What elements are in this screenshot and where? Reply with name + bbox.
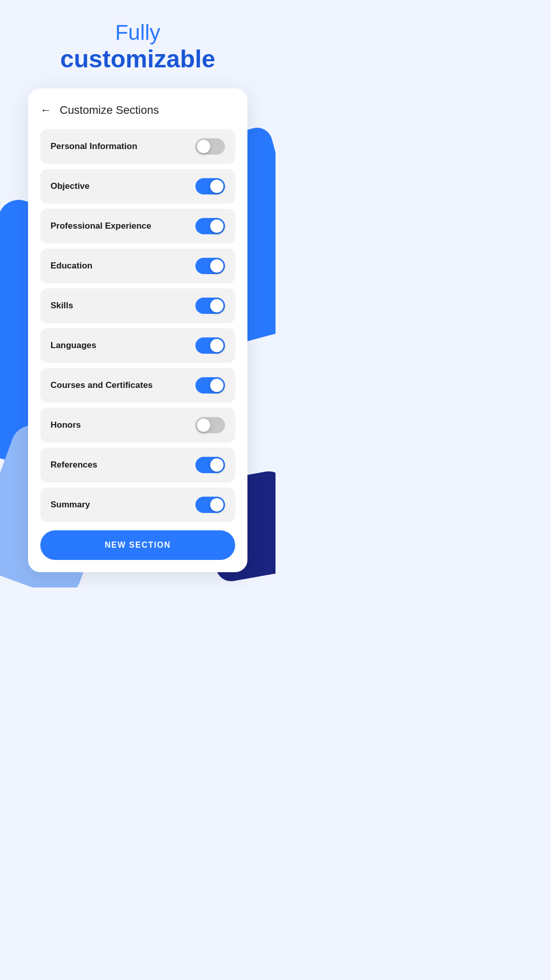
toggle-references[interactable] xyxy=(195,457,225,473)
toggle-education[interactable] xyxy=(195,258,225,274)
back-button[interactable]: ← xyxy=(40,104,52,117)
toggle-knob-objective xyxy=(210,180,223,193)
toggle-skills[interactable] xyxy=(195,298,225,314)
section-row-skills: Skills xyxy=(40,288,235,323)
toggle-knob-professional-experience xyxy=(210,219,223,233)
section-label-summary: Summary xyxy=(51,500,90,510)
new-section-button[interactable]: NEW SECTION xyxy=(40,530,235,560)
section-label-professional-experience: Professional Experience xyxy=(51,221,151,231)
section-row-professional-experience: Professional Experience xyxy=(40,209,235,243)
toggle-knob-summary xyxy=(210,498,223,511)
section-label-honors: Honors xyxy=(51,420,81,430)
toggle-knob-honors xyxy=(197,419,210,432)
section-row-honors: Honors xyxy=(40,408,235,443)
section-label-objective: Objective xyxy=(51,181,90,191)
toggle-knob-languages xyxy=(210,339,223,352)
toggle-honors[interactable] xyxy=(195,417,225,433)
header-line2: customizable xyxy=(60,45,215,73)
toggle-objective[interactable] xyxy=(195,178,225,194)
section-row-education: Education xyxy=(40,249,235,283)
section-label-education: Education xyxy=(51,261,92,271)
section-row-languages: Languages xyxy=(40,328,235,363)
section-row-personal-information: Personal Information xyxy=(40,129,235,164)
section-label-courses-and-certificates: Courses and Certificates xyxy=(51,380,153,390)
page-header: Fully customizable xyxy=(60,20,215,73)
sections-list: Personal InformationObjectiveProfessiona… xyxy=(40,129,235,522)
toggle-courses-and-certificates[interactable] xyxy=(195,377,225,394)
toggle-personal-information[interactable] xyxy=(195,138,225,155)
toggle-knob-education xyxy=(210,259,223,273)
section-row-objective: Objective xyxy=(40,169,235,204)
section-label-references: References xyxy=(51,460,97,470)
customize-sections-card: ← Customize Sections Personal Informatio… xyxy=(28,88,247,572)
card-title: Customize Sections xyxy=(60,104,159,117)
section-label-skills: Skills xyxy=(51,301,73,311)
section-row-courses-and-certificates: Courses and Certificates xyxy=(40,368,235,403)
section-row-summary: Summary xyxy=(40,487,235,522)
toggle-knob-courses-and-certificates xyxy=(210,379,223,392)
section-label-languages: Languages xyxy=(51,340,96,351)
toggle-knob-personal-information xyxy=(197,140,210,153)
toggle-professional-experience[interactable] xyxy=(195,218,225,234)
toggle-summary[interactable] xyxy=(195,497,225,513)
toggle-knob-references xyxy=(210,458,223,472)
toggle-languages[interactable] xyxy=(195,337,225,354)
section-label-personal-information: Personal Information xyxy=(51,141,137,152)
header-line1: Fully xyxy=(60,20,215,45)
section-row-references: References xyxy=(40,448,235,482)
card-header: ← Customize Sections xyxy=(40,104,235,117)
toggle-knob-skills xyxy=(210,299,223,312)
